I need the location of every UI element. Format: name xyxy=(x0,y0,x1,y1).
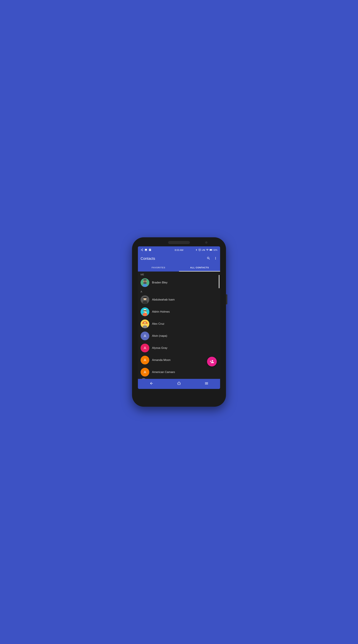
phone-speaker xyxy=(168,241,190,244)
svg-point-27 xyxy=(145,323,146,323)
signal-icon xyxy=(206,248,209,252)
app-bar-icons xyxy=(207,256,218,261)
contact-item-american-camaro[interactable]: A American Camaro xyxy=(138,366,220,378)
search-icon[interactable] xyxy=(207,256,210,261)
svg-point-20 xyxy=(142,313,147,316)
svg-point-7 xyxy=(144,281,144,282)
svg-rect-2 xyxy=(210,250,212,250)
avatar-alyssa: A xyxy=(140,344,149,352)
image-icon xyxy=(144,248,147,252)
alarm-icon xyxy=(198,248,201,252)
contact-item-partial xyxy=(138,378,220,379)
tabs-bar: FAVORITES ALL CONTACTS xyxy=(138,264,220,272)
contact-name-alex: Alex Cruz xyxy=(152,322,164,326)
contact-name-amanda: Amanda Moon xyxy=(152,358,170,362)
contact-item-abdulwahab[interactable]: Abdulwahab Isam xyxy=(138,294,220,306)
bottom-nav xyxy=(138,379,220,389)
contact-item-alvin[interactable]: A Alvin (napa) xyxy=(138,330,220,342)
menu-button[interactable] xyxy=(204,381,208,386)
svg-point-13 xyxy=(142,301,147,304)
share-icon xyxy=(140,248,143,252)
status-icons-left xyxy=(140,248,151,252)
svg-rect-17 xyxy=(145,310,146,311)
battery-percent: 92% xyxy=(214,249,218,251)
contact-item-alex[interactable]: Alex Cruz xyxy=(138,318,220,330)
contact-name-alyssa: Alyssa Gray xyxy=(152,346,168,350)
home-button[interactable] xyxy=(177,381,181,386)
svg-point-8 xyxy=(146,281,146,282)
avatar-amanda: A xyxy=(140,356,149,364)
avatar-partial xyxy=(140,378,146,379)
tab-favorites[interactable]: FAVORITES xyxy=(138,264,179,272)
phone-screen: 8:03 AM LTE xyxy=(138,246,220,389)
avatar-american-camaro: A xyxy=(140,368,149,376)
add-contact-fab[interactable] xyxy=(207,357,217,366)
contact-item-braden-bley[interactable]: Braden Bley xyxy=(138,276,220,289)
avatar-alvin: A xyxy=(140,332,149,340)
contact-name-alvin: Alvin (napa) xyxy=(152,334,167,338)
svg-point-26 xyxy=(144,323,144,323)
contact-name-abdulwahab: Abdulwahab Isam xyxy=(152,298,175,301)
svg-point-29 xyxy=(140,378,146,379)
section-header-a: A xyxy=(138,289,220,294)
add-person-icon xyxy=(210,360,214,364)
app-bar: Contacts xyxy=(138,254,220,264)
contact-name-braden-bley: Braden Bley xyxy=(152,281,168,284)
svg-point-9 xyxy=(143,279,146,281)
more-options-icon[interactable] xyxy=(214,256,218,261)
lte-icon: LTE xyxy=(202,249,205,251)
back-button[interactable] xyxy=(150,381,154,386)
contact-item-alyssa[interactable]: A Alyssa Gray xyxy=(138,342,220,354)
contact-list[interactable]: ME xyxy=(138,272,220,379)
avatar-alex xyxy=(140,320,149,328)
status-icons-right: LTE 92% xyxy=(196,248,218,252)
battery-icon xyxy=(210,249,212,252)
contact-name-aldrin: Aldrin Holmes xyxy=(152,310,170,314)
svg-point-23 xyxy=(142,322,144,324)
svg-rect-1 xyxy=(212,250,212,250)
scroll-indicator xyxy=(219,275,220,288)
avatar-abdulwahab xyxy=(140,295,149,304)
contact-name-american-camaro: American Camaro xyxy=(152,370,175,374)
svg-rect-12 xyxy=(143,297,146,298)
phone-frame: 8:03 AM LTE xyxy=(132,237,226,407)
app-bar-title: Contacts xyxy=(140,256,207,261)
section-header-me: ME xyxy=(138,272,220,276)
contact-item-aldrin[interactable]: Aldrin Holmes xyxy=(138,306,220,318)
svg-point-24 xyxy=(146,322,148,324)
status-time: 8:03 AM xyxy=(175,249,183,252)
svg-point-25 xyxy=(144,324,146,324)
svg-rect-16 xyxy=(144,310,145,311)
status-bar: 8:03 AM LTE xyxy=(138,246,220,254)
avatar-aldrin xyxy=(140,308,149,316)
avatar-braden-bley xyxy=(140,278,149,287)
svg-point-5 xyxy=(143,282,146,284)
tab-all-contacts[interactable]: ALL CONTACTS xyxy=(179,264,220,272)
bluetooth-icon xyxy=(196,248,198,252)
side-button xyxy=(226,294,227,304)
phone-camera xyxy=(205,241,208,244)
clipboard-icon xyxy=(149,248,151,252)
